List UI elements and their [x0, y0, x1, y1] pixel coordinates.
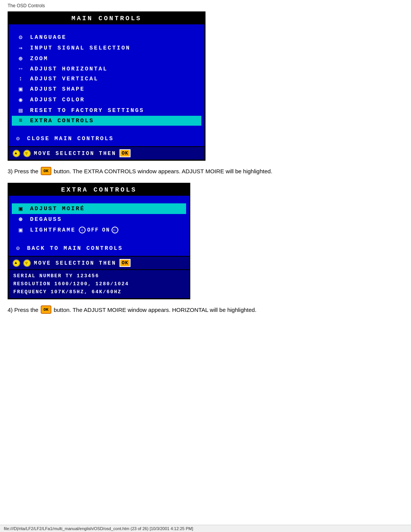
instruction-4-text-after: button. The ADJUST MOIRE window appears.…: [54, 307, 256, 313]
footer-ok-box: OK: [119, 149, 131, 157]
reset-icon: ▤: [15, 107, 27, 114]
serial-number: SERIAL NUMBER TY 123456: [13, 272, 185, 280]
extra-controls-icon: ≡: [15, 117, 27, 124]
input-signal-label: INPUT SIGNAL SELECTION: [30, 45, 131, 51]
instruction-4: 4) Press the OK button. The ADJUST MOIRE…: [8, 305, 403, 314]
extra-controls-window: EXTRA CONTROLS ▣ ADJUST MOIRÉ ⊛ DEGAUSS …: [8, 183, 190, 299]
menu-item-lightframe[interactable]: ▣ LIGHTFRAME ◁ OFF ON ▷: [12, 225, 186, 235]
adjust-shape-icon: ▣: [15, 85, 27, 93]
adjust-horizontal-label: ADJUST HORIZONTAL: [30, 66, 108, 72]
extra-footer-move-text: MOVE SELECTION THEN: [34, 260, 116, 266]
bottom-bar-text: file:///D|/rita/LF2/LF2/LFa1/multi_manua…: [4, 526, 193, 531]
menu-item-reset[interactable]: ▤ RESET TO FACTORY SETTINGS: [12, 105, 201, 116]
back-main-label: BACK TO MAIN CONTROLS: [27, 245, 123, 252]
extra-footer-triangle-icon: ▽: [23, 259, 31, 267]
menu-item-zoom[interactable]: ⊕ ZOOM: [12, 53, 201, 64]
close-icon: ⊙: [12, 135, 24, 142]
menu-item-adjust-color[interactable]: ◉ ADJUST COLOR: [12, 94, 201, 105]
instruction-3-text-before: 3) Press the: [8, 168, 38, 174]
ok-button-4: OK: [41, 305, 51, 314]
menu-item-input-signal[interactable]: ⇒ INPUT SIGNAL SELECTION: [12, 43, 201, 53]
extra-controls-title: EXTRA CONTROLS: [9, 184, 189, 196]
degauss-label: DEGAUSS: [30, 216, 62, 223]
main-controls-window: MAIN CONTROLS ⚙ LANGUAGE ⇒ INPUT SIGNAL …: [8, 11, 206, 161]
close-main-controls[interactable]: ⊙ CLOSE MAIN CONTROLS: [9, 133, 204, 146]
menu-item-language[interactable]: ⚙ LANGUAGE: [12, 32, 201, 43]
lightframe-on-icon: ▷: [112, 227, 118, 233]
instruction-4-text-before: 4) Press the: [8, 307, 38, 313]
adjust-moire-icon: ▣: [15, 205, 27, 212]
lightframe-label: LIGHTFRAME: [30, 227, 76, 233]
adjust-color-icon: ◉: [15, 96, 27, 104]
lightframe-on-text: ON: [102, 227, 110, 233]
page-title: The OSD Controls: [8, 3, 403, 8]
main-controls-title: MAIN CONTROLS: [9, 13, 204, 24]
back-to-main-controls[interactable]: ⊙ BACK TO MAIN CONTROLS: [9, 243, 189, 256]
resolution: RESOLUTION 1600/1200, 1280/1024: [13, 280, 185, 288]
language-label: LANGUAGE: [30, 34, 67, 41]
lightframe-off-text: OFF: [87, 227, 99, 233]
footer-move-text: MOVE SELECTION THEN: [34, 150, 116, 157]
extra-footer-circle-icon: ▲: [13, 259, 20, 267]
adjust-color-label: ADJUST COLOR: [30, 97, 85, 103]
menu-item-adjust-vertical[interactable]: ↕ ADJUST VERTICAL: [12, 74, 201, 84]
adjust-moire-label: ADJUST MOIRÉ: [30, 206, 85, 212]
ok-button-3: OK: [41, 167, 51, 175]
language-icon: ⚙: [15, 34, 27, 41]
adjust-shape-label: ADJUST SHAPE: [30, 86, 85, 93]
footer-triangle-icon: ▽: [23, 150, 31, 157]
close-main-label: CLOSE MAIN CONTROLS: [27, 136, 114, 142]
menu-item-extra-controls[interactable]: ≡ EXTRA CONTROLS: [12, 116, 201, 126]
frequency: FREQUENCY 107K/85HZ, 64K/60HZ: [13, 288, 185, 296]
adjust-vertical-label: ADJUST VERTICAL: [30, 76, 99, 82]
main-menu-list: ⚙ LANGUAGE ⇒ INPUT SIGNAL SELECTION ⊕ ZO…: [9, 24, 204, 133]
main-controls-footer: ▲ ▽ MOVE SELECTION THEN OK: [9, 146, 204, 160]
instruction-3-text-after: button. The EXTRA CONTROLS window appear…: [54, 168, 272, 174]
instruction-3: 3) Press the OK button. The EXTRA CONTRO…: [8, 167, 403, 175]
extra-controls-info: SERIAL NUMBER TY 123456 RESOLUTION 1600/…: [9, 269, 189, 298]
adjust-vertical-icon: ↕: [15, 75, 27, 82]
extra-controls-footer: ▲ ▽ MOVE SELECTION THEN OK: [9, 256, 189, 269]
extra-menu-list: ▣ ADJUST MOIRÉ ⊛ DEGAUSS ▣ LIGHTFRAME ◁ …: [9, 196, 189, 243]
lightframe-off-option: ◁ OFF: [79, 227, 99, 233]
menu-item-adjust-horizontal[interactable]: ↔ ADJUST HORIZONTAL: [12, 64, 201, 74]
extra-controls-label: EXTRA CONTROLS: [30, 118, 94, 124]
adjust-horizontal-icon: ↔: [15, 66, 27, 72]
menu-item-degauss[interactable]: ⊛ DEGAUSS: [12, 214, 186, 225]
lightframe-on-option: ON ▷: [102, 227, 118, 233]
bottom-status-bar: file:///D|/rita/LF2/LF2/LFa1/multi_manua…: [0, 525, 411, 532]
degauss-icon: ⊛: [15, 216, 27, 223]
input-signal-icon: ⇒: [15, 44, 27, 52]
zoom-label: ZOOM: [30, 56, 48, 62]
lightframe-off-icon: ◁: [79, 227, 86, 233]
back-icon: ⊙: [12, 244, 24, 252]
lightframe-row: LIGHTFRAME ◁ OFF ON ▷: [30, 227, 118, 233]
lightframe-icon: ▣: [15, 226, 27, 234]
menu-item-adjust-shape[interactable]: ▣ ADJUST SHAPE: [12, 84, 201, 94]
menu-item-adjust-moire[interactable]: ▣ ADJUST MOIRÉ: [12, 203, 186, 214]
zoom-icon: ⊕: [15, 55, 27, 62]
extra-footer-ok-box: OK: [119, 259, 131, 267]
reset-label: RESET TO FACTORY SETTINGS: [30, 107, 144, 114]
footer-circle-icon: ▲: [13, 150, 20, 157]
